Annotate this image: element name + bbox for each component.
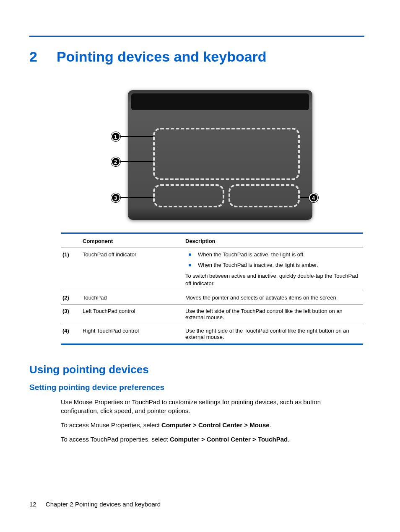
bullet-icon (189, 253, 191, 256)
touchpad-left-button-outline (153, 184, 224, 207)
table-row: (1) TouchPad off indicator When the Touc… (61, 248, 363, 291)
page-footer: 12 Chapter 2 Pointing devices and keyboa… (29, 501, 161, 508)
callout-leader-3 (120, 197, 153, 198)
chapter-title: Pointing devices and keyboard (57, 49, 267, 65)
bullet-icon (189, 264, 191, 266)
chapter-heading: 2 Pointing devices and keyboard (29, 49, 364, 65)
touchpad-figure-wrap: 1 2 3 4 (61, 90, 364, 220)
section-heading-h2: Using pointing devices (29, 363, 364, 376)
table-row: (2) TouchPad Moves the pointer and selec… (61, 291, 363, 305)
touchpad-area-outline (153, 128, 300, 180)
table-row: (3) Left TouchPad control Use the left s… (61, 305, 363, 324)
para-bold: Computer > Control Center > TouchPad (170, 436, 288, 443)
row-description: Use the left side of the TouchPad contro… (184, 305, 363, 324)
component-table: Component Description (1) TouchPad off i… (61, 232, 363, 345)
bullet-text: When the TouchPad is inactive, the light… (198, 262, 318, 268)
table-row: (4) Right TouchPad control Use the right… (61, 324, 363, 344)
bullet-text: When the TouchPad is active, the light i… (198, 251, 305, 258)
touchpad-figure: 1 2 3 4 (111, 90, 314, 220)
footer-chapter-label: Chapter 2 Pointing devices and keyboard (46, 501, 161, 508)
para-tail: . (288, 436, 289, 443)
para-lead: To access Mouse Properties, select (61, 421, 161, 429)
touchpad-top-strip (131, 93, 309, 110)
bullet-item: When the TouchPad is active, the light i… (185, 251, 361, 258)
callout-leader-4 (300, 197, 310, 198)
row-component: TouchPad off indicator (81, 248, 184, 291)
description-block: When the TouchPad is active, the light i… (185, 251, 361, 287)
row-component: TouchPad (81, 291, 184, 305)
bullet-item: When the TouchPad is inactive, the light… (185, 262, 361, 268)
row-description: Moves the pointer and selects or activat… (184, 291, 363, 305)
section-heading-h3: Setting pointing device preferences (29, 383, 364, 392)
para-tail: . (270, 421, 271, 429)
para-lead: To access TouchPad properties, select (61, 436, 170, 443)
callout-badge-1: 1 (111, 132, 120, 141)
followup-text: To switch between active and inactive, q… (185, 272, 361, 287)
row-number: (3) (61, 305, 81, 324)
page-number: 12 (29, 501, 36, 508)
table-header-component: Component (81, 233, 184, 248)
callout-leader-2 (120, 161, 153, 162)
row-number: (2) (61, 291, 81, 305)
table-header-row: Component Description (61, 233, 363, 248)
para-bold: Computer > Control Center > Mouse (161, 421, 270, 429)
body-paragraph: Use Mouse Properties or TouchPad to cust… (61, 398, 356, 415)
row-number: (4) (61, 324, 81, 344)
row-description: When the TouchPad is active, the light i… (184, 248, 363, 291)
row-component: Right TouchPad control (81, 324, 184, 344)
touchpad-right-button-outline (229, 184, 300, 207)
row-description: Use the right side of the TouchPad contr… (184, 324, 363, 344)
callout-leader-1 (120, 136, 153, 137)
top-divider (29, 36, 364, 37)
document-page: 2 Pointing devices and keyboard 1 2 3 4 … (0, 0, 400, 532)
row-number: (1) (61, 248, 81, 291)
table-header-description: Description (184, 233, 363, 248)
table-header-blank (61, 233, 81, 248)
body-paragraph: To access TouchPad properties, select Co… (61, 435, 356, 444)
chapter-number: 2 (29, 49, 37, 65)
callout-badge-2: 2 (111, 157, 120, 166)
body-paragraph: To access Mouse Properties, select Compu… (61, 421, 356, 429)
callout-badge-4: 4 (309, 193, 318, 202)
row-component: Left TouchPad control (81, 305, 184, 324)
callout-badge-3: 3 (111, 193, 120, 202)
